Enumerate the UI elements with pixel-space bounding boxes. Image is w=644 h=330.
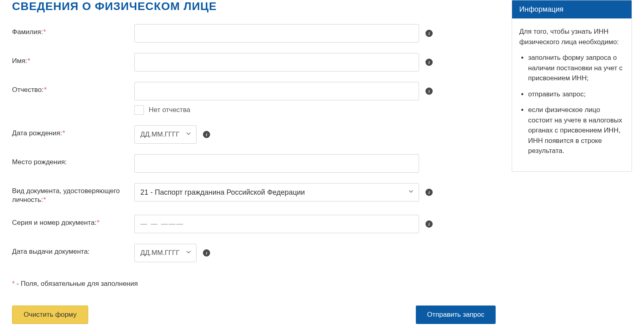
page-title: СВЕДЕНИЯ О ФИЗИЧЕСКОМ ЛИЦЕ bbox=[12, 0, 496, 13]
info-icon[interactable]: i bbox=[425, 59, 433, 66]
sidebar-item: если физическое лицо состоит на учете в … bbox=[528, 105, 624, 156]
doc-series-input[interactable]: — — ——— bbox=[134, 215, 419, 233]
info-icon[interactable]: i bbox=[425, 220, 433, 228]
sidebar-item: отправить запрос; bbox=[528, 89, 624, 100]
clear-button[interactable]: Очистить форму bbox=[12, 306, 88, 324]
info-icon[interactable]: i bbox=[203, 249, 210, 257]
no-patronymic-checkbox[interactable] bbox=[134, 105, 144, 115]
no-patronymic-label: Нет отчества bbox=[149, 106, 190, 114]
patronymic-input[interactable] bbox=[134, 82, 419, 100]
row-doc-series: Серия и номер документа:* — — ——— i bbox=[12, 215, 496, 233]
label-doc-type: Вид документа, удостоверяющего личность:… bbox=[12, 183, 134, 204]
info-icon[interactable]: i bbox=[425, 189, 433, 196]
chevron-down-icon bbox=[409, 190, 413, 194]
sidebar-title: Информация bbox=[512, 0, 632, 18]
row-birthdate: Дата рождения:* ДД.ММ.ГГГГ i bbox=[12, 125, 496, 144]
no-patronymic-row: Нет отчества bbox=[134, 105, 496, 115]
label-doc-series: Серия и номер документа:* bbox=[12, 215, 134, 227]
chevron-down-icon bbox=[186, 132, 190, 136]
label-doc-issue-date: Дата выдачи документа: bbox=[12, 244, 134, 256]
surname-input[interactable] bbox=[134, 24, 419, 43]
row-doc-issue-date: Дата выдачи документа: ДД.ММ.ГГГГ i bbox=[12, 244, 496, 262]
button-row: Очистить форму Отправить запрос bbox=[12, 306, 496, 324]
birthdate-picker[interactable]: ДД.ММ.ГГГГ bbox=[134, 125, 196, 144]
row-name: Имя:* i bbox=[12, 53, 496, 71]
submit-button[interactable]: Отправить запрос bbox=[416, 306, 496, 324]
sidebar-item: заполнить форму запроса о наличии постан… bbox=[528, 53, 624, 84]
label-name: Имя:* bbox=[12, 53, 134, 65]
footnote: * - Поля, обязательные для заполнения bbox=[12, 280, 496, 288]
doc-type-select[interactable]: 21 - Паспорт гражданина Российской Федер… bbox=[134, 183, 419, 202]
label-surname: Фамилия:* bbox=[12, 24, 134, 37]
sidebar: Информация Для того, чтобы узнать ИНН фи… bbox=[512, 0, 632, 172]
birthplace-input[interactable] bbox=[134, 154, 419, 173]
label-patronymic: Отчество:* bbox=[12, 82, 134, 94]
row-doc-type: Вид документа, удостоверяющего личность:… bbox=[12, 183, 496, 204]
label-birthdate: Дата рождения:* bbox=[12, 125, 134, 138]
sidebar-body: Для того, чтобы узнать ИНН физического л… bbox=[512, 18, 632, 171]
chevron-down-icon bbox=[186, 251, 190, 255]
name-input[interactable] bbox=[134, 53, 419, 71]
info-icon[interactable]: i bbox=[203, 131, 210, 138]
info-icon[interactable]: i bbox=[425, 88, 433, 95]
sidebar-intro: Для того, чтобы узнать ИНН физического л… bbox=[519, 26, 624, 47]
doc-issue-date-picker[interactable]: ДД.ММ.ГГГГ bbox=[134, 244, 196, 262]
row-surname: Фамилия:* i bbox=[12, 24, 496, 43]
label-birthplace: Место рождения: bbox=[12, 154, 134, 167]
row-birthplace: Место рождения: bbox=[12, 154, 496, 173]
row-patronymic: Отчество:* i bbox=[12, 82, 496, 100]
info-icon[interactable]: i bbox=[425, 30, 433, 37]
